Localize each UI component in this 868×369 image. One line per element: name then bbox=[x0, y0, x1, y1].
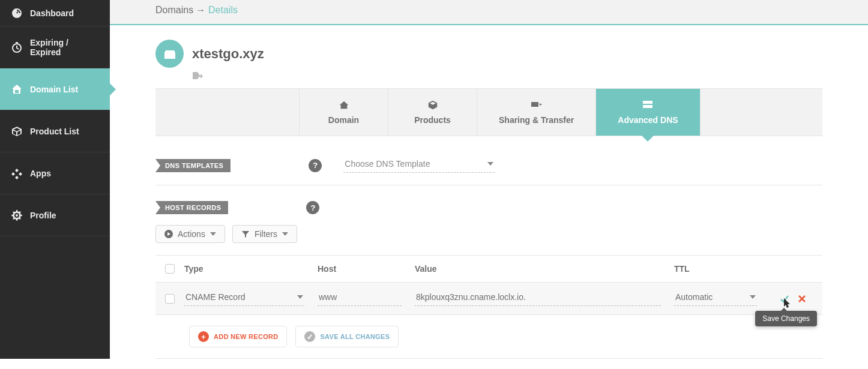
server-icon bbox=[642, 100, 654, 110]
section-label-dns-templates: DNS TEMPLATES bbox=[155, 159, 231, 172]
domain-icon bbox=[155, 40, 184, 68]
save-changes-tooltip: Save Changes bbox=[755, 311, 817, 326]
save-all-changes-button[interactable]: ✓ SAVE ALL CHANGES bbox=[295, 326, 399, 347]
tab-label: Products bbox=[414, 115, 451, 125]
domain-header: xtestgo.xyz bbox=[155, 40, 822, 68]
sidebar-item-apps[interactable]: Apps bbox=[0, 152, 110, 194]
tab-label: Domain bbox=[328, 115, 359, 125]
sidebar-item-label: Domain List bbox=[30, 85, 78, 94]
box-icon bbox=[11, 125, 23, 137]
record-value-input[interactable] bbox=[415, 291, 661, 306]
row-checkbox[interactable] bbox=[165, 294, 175, 304]
add-new-record-label: ADD NEW RECORD bbox=[214, 333, 278, 340]
chevron-down-icon bbox=[487, 162, 493, 166]
table-row: CNAME Record Automatic bbox=[155, 282, 822, 315]
delete-record-button[interactable] bbox=[798, 295, 806, 303]
sidebar-item-label: Dashboard bbox=[30, 8, 74, 18]
filters-button[interactable]: Filters bbox=[232, 225, 297, 243]
column-header-host: Host bbox=[318, 264, 415, 274]
select-all-checkbox[interactable] bbox=[165, 264, 175, 274]
tab-advanced-dns[interactable]: Advanced DNS bbox=[596, 89, 700, 136]
sidebar-item-label: Expiring / Expired bbox=[30, 38, 99, 57]
save-record-button[interactable]: Save Changes bbox=[780, 294, 789, 304]
chevron-down-icon bbox=[297, 295, 303, 299]
sidebar-item-dashboard[interactable]: Dashboard bbox=[0, 0, 110, 26]
plus-icon: + bbox=[198, 331, 209, 342]
actions-label: Actions bbox=[178, 229, 205, 239]
record-type-select[interactable]: CNAME Record bbox=[184, 291, 304, 306]
record-type-value: CNAME Record bbox=[185, 292, 246, 302]
sidebar-item-product-list[interactable]: Product List bbox=[0, 110, 110, 152]
home-icon bbox=[339, 100, 349, 110]
sidebar-item-expiring[interactable]: Expiring / Expired bbox=[0, 26, 110, 68]
record-ttl-value: Automatic bbox=[675, 292, 713, 302]
share-icon bbox=[530, 100, 543, 110]
tab-sharing-transfer[interactable]: Sharing & Transfer bbox=[477, 89, 596, 136]
dashboard-icon bbox=[11, 7, 23, 19]
add-new-record-button[interactable]: + ADD NEW RECORD bbox=[189, 326, 287, 347]
dns-templates-section: DNS TEMPLATES ? Choose DNS Template bbox=[155, 152, 822, 185]
tab-label: Sharing & Transfer bbox=[499, 115, 574, 125]
apps-icon bbox=[11, 167, 23, 179]
sidebar-item-label: Apps bbox=[30, 169, 51, 178]
column-header-value: Value bbox=[415, 264, 674, 274]
gear-icon bbox=[11, 209, 23, 221]
sidebar: Dashboard Expiring / Expired Domain List… bbox=[0, 0, 110, 359]
record-action-buttons: Actions Filters bbox=[155, 225, 822, 243]
tab-domain[interactable]: Domain bbox=[300, 89, 388, 136]
add-tag-icon[interactable] bbox=[192, 71, 822, 80]
record-ttl-select[interactable]: Automatic bbox=[674, 291, 757, 306]
breadcrumb: Domains → Details bbox=[110, 0, 868, 25]
play-icon bbox=[164, 230, 173, 238]
dns-template-select[interactable]: Choose DNS Template bbox=[343, 158, 495, 173]
check-icon: ✓ bbox=[304, 331, 315, 342]
table-header-row: Type Host Value TTL bbox=[155, 256, 822, 282]
tab-products[interactable]: Products bbox=[388, 89, 477, 136]
chevron-down-icon bbox=[750, 295, 756, 299]
tabs: Domain Products Sharing & Transfer Advan… bbox=[155, 88, 822, 136]
box-icon bbox=[427, 100, 438, 110]
breadcrumb-root[interactable]: Domains bbox=[155, 5, 193, 15]
host-records-table: Type Host Value TTL CNAME Record bbox=[155, 255, 822, 315]
breadcrumb-leaf[interactable]: Details bbox=[208, 5, 238, 15]
record-host-input[interactable] bbox=[318, 291, 402, 306]
main-content: Domains → Details xtestgo.xyz Domain bbox=[110, 0, 868, 359]
tab-label: Advanced DNS bbox=[618, 115, 678, 125]
sidebar-item-profile[interactable]: Profile bbox=[0, 194, 110, 236]
home-icon bbox=[11, 83, 23, 95]
dns-template-placeholder: Choose DNS Template bbox=[345, 159, 430, 169]
help-icon[interactable]: ? bbox=[306, 201, 319, 214]
actions-button[interactable]: Actions bbox=[155, 225, 225, 243]
section-label-host-records: HOST RECORDS bbox=[155, 201, 228, 214]
column-header-type: Type bbox=[184, 264, 318, 274]
save-all-changes-label: SAVE ALL CHANGES bbox=[320, 333, 390, 340]
domain-name: xtestgo.xyz bbox=[192, 46, 264, 62]
filters-label: Filters bbox=[255, 229, 277, 239]
help-icon[interactable]: ? bbox=[309, 159, 322, 172]
filter-icon bbox=[241, 230, 250, 238]
clock-icon bbox=[11, 41, 23, 53]
chevron-down-icon bbox=[282, 232, 288, 236]
sidebar-item-label: Profile bbox=[30, 211, 56, 220]
footer-actions: + ADD NEW RECORD ✓ SAVE ALL CHANGES bbox=[155, 315, 822, 359]
sidebar-item-domain-list[interactable]: Domain List bbox=[0, 68, 110, 110]
sidebar-item-label: Product List bbox=[30, 127, 79, 136]
host-records-section: HOST RECORDS ? bbox=[155, 195, 822, 221]
chevron-down-icon bbox=[210, 232, 216, 236]
column-header-ttl: TTL bbox=[674, 264, 770, 274]
